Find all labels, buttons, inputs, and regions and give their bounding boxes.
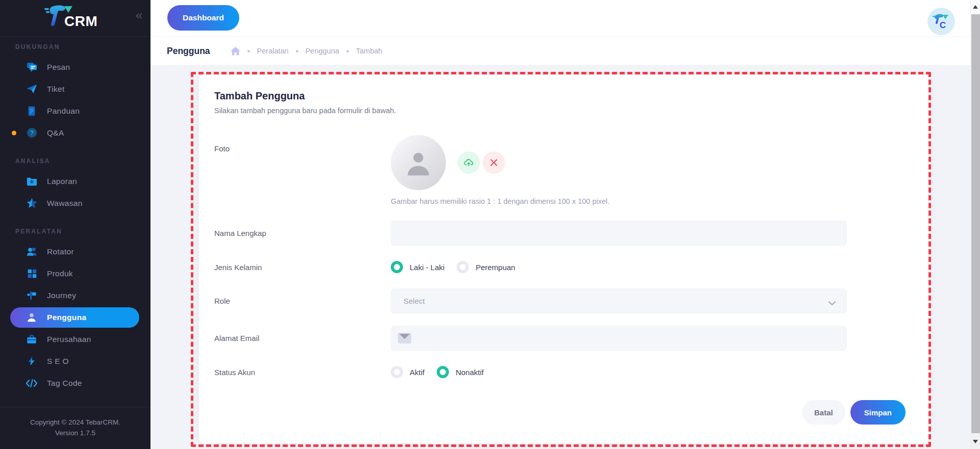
radio-aktif[interactable] — [391, 366, 403, 378]
sidebar-item-tiket[interactable]: Tiket — [0, 78, 150, 100]
sidebar: CRM « DUKUNGAN Pesan — [0, 0, 150, 449]
main-area: Dashboard C Pengguna — [150, 0, 980, 449]
sidebar-item-label: Pengguna — [47, 313, 86, 322]
product-grid-icon — [26, 268, 38, 280]
breadcrumb-separator — [247, 50, 250, 52]
send-icon — [26, 83, 38, 95]
home-icon[interactable] — [231, 47, 240, 56]
version-text: Version 1.7.5 — [0, 428, 150, 439]
radio-label-aktif[interactable]: Aktif — [410, 368, 424, 377]
nama-input[interactable] — [391, 221, 847, 246]
sidebar-item-seo[interactable]: S E O — [0, 350, 150, 372]
sidebar-item-label: S E O — [47, 357, 69, 366]
journey-flag-icon — [26, 289, 38, 302]
sidebar-item-label: Tiket — [47, 85, 65, 94]
close-icon — [489, 158, 498, 167]
upload-photo-button[interactable] — [458, 151, 480, 174]
svg-text:C: C — [940, 20, 946, 30]
sidebar-item-label: Pesan — [47, 63, 70, 72]
foto-label: Foto — [214, 135, 391, 205]
sidebar-item-panduan[interactable]: Panduan — [0, 100, 150, 122]
sidebar-item-tag-code[interactable]: Tag Code — [0, 372, 150, 394]
topbar: Dashboard C — [150, 0, 980, 37]
form-title: Tambah Pengguna — [214, 90, 913, 102]
breadcrumb: Pengguna Peralatan Pengguna Tambah — [150, 37, 980, 66]
email-input[interactable] — [391, 326, 847, 351]
email-label: Alamat Email — [214, 334, 391, 342]
breadcrumb-link-pengguna[interactable]: Pengguna — [306, 47, 339, 55]
role-select-value: Select — [404, 297, 425, 305]
photo-hint-text: Gambar harus memiliki rasio 1 : 1 dengan… — [391, 197, 847, 205]
seo-bolt-icon — [26, 355, 38, 367]
sidebar-item-label: Journey — [47, 291, 76, 300]
sidebar-item-produk[interactable]: Produk — [0, 262, 150, 284]
sidebar-item-perusahaan[interactable]: Perusahaan — [0, 328, 150, 350]
insight-star-icon — [26, 197, 38, 209]
sidebar-item-label: Rotator — [47, 247, 74, 256]
scroll-up-icon — [973, 5, 978, 9]
company-briefcase-icon — [26, 333, 38, 346]
scrollbar-down-button[interactable] — [971, 433, 980, 449]
envelope-icon — [398, 333, 411, 346]
radio-laki-laki[interactable] — [391, 261, 403, 273]
sidebar-nav: DUKUNGAN Pesan — [0, 42, 150, 394]
radio-label-laki-laki[interactable]: Laki - Laki — [410, 263, 444, 272]
jenis-kelamin-label: Jenis Kelamin — [214, 263, 391, 272]
sidebar-item-wawasan[interactable]: Wawasan — [0, 192, 150, 214]
radio-nonaktif[interactable] — [437, 366, 449, 378]
breadcrumb-link-tambah: Tambah — [356, 47, 383, 55]
sidebar-item-rotator[interactable]: Rotator — [0, 241, 150, 262]
sidebar-item-label: Wawasan — [47, 199, 83, 208]
nama-field-row: Nama Lengkap — [214, 221, 913, 246]
add-user-form-card: Tambah Pengguna Silakan tambah pengguna … — [199, 75, 928, 443]
guide-document-icon — [26, 105, 38, 117]
sidebar-item-pesan[interactable]: Pesan — [0, 56, 150, 78]
scrollbar-up-button[interactable] — [971, 0, 980, 14]
radio-perempuan[interactable] — [457, 261, 469, 273]
sidebar-item-label: Perusahaan — [47, 335, 91, 344]
content-area: Tambah Pengguna Silakan tambah pengguna … — [150, 66, 980, 449]
email-field-row: Alamat Email — [214, 326, 913, 351]
chat-icon — [26, 61, 38, 73]
dashboard-button[interactable]: Dashboard — [167, 5, 239, 31]
radio-label-perempuan[interactable]: Perempuan — [475, 263, 515, 272]
sidebar-collapse-icon[interactable]: « — [136, 8, 142, 22]
sidebar-logo-area: CRM « — [0, 0, 150, 37]
sidebar-item-label: Produk — [47, 269, 73, 278]
user-avatar[interactable]: C — [927, 8, 955, 35]
scroll-down-icon — [973, 440, 978, 443]
sidebar-section-peralatan: PERALATAN — [0, 226, 150, 236]
report-folder-icon — [26, 175, 38, 188]
photo-placeholder[interactable] — [391, 135, 446, 190]
sidebar-item-label: Q&A — [47, 128, 64, 138]
radio-label-nonaktif[interactable]: Nonaktif — [456, 368, 484, 377]
jenis-kelamin-row: Jenis Kelamin Laki - Laki Perempuan — [214, 258, 913, 276]
sidebar-section-analisa: ANALISA — [0, 156, 150, 166]
chevron-down-icon — [828, 299, 836, 308]
scrollbar-thumb[interactable] — [971, 14, 980, 433]
role-field-row: Role Select — [214, 288, 913, 313]
sidebar-item-qa[interactable]: ? Q&A — [0, 122, 150, 144]
breadcrumb-link-peralatan[interactable]: Peralatan — [257, 47, 289, 55]
foto-field-row: Foto — [214, 135, 913, 205]
sidebar-item-pengguna[interactable]: Pengguna — [0, 306, 150, 328]
status-akun-row: Status Akun Aktif Nonaktif — [214, 363, 913, 381]
rotator-users-icon — [26, 246, 38, 258]
sidebar-item-laporan[interactable]: Laporan — [0, 170, 150, 192]
window-scrollbar[interactable] — [970, 0, 980, 449]
role-select[interactable]: Select — [391, 288, 847, 313]
breadcrumb-separator — [346, 50, 349, 52]
avatar-logo-icon: C — [932, 12, 950, 31]
nama-label: Nama Lengkap — [214, 229, 391, 237]
sidebar-item-label: Tag Code — [47, 379, 82, 388]
sidebar-item-journey[interactable]: Journey — [0, 284, 150, 306]
svg-text:?: ? — [30, 129, 34, 137]
remove-photo-button[interactable] — [483, 151, 505, 174]
user-icon — [26, 311, 38, 324]
role-label: Role — [214, 297, 391, 305]
form-subtitle: Silakan tambah pengguna baru pada formul… — [214, 107, 913, 115]
cancel-button[interactable]: Batal — [802, 400, 845, 425]
save-button[interactable]: Simpan — [850, 400, 906, 425]
cloud-upload-icon — [463, 157, 474, 168]
sidebar-section-dukungan: DUKUNGAN — [0, 42, 150, 52]
